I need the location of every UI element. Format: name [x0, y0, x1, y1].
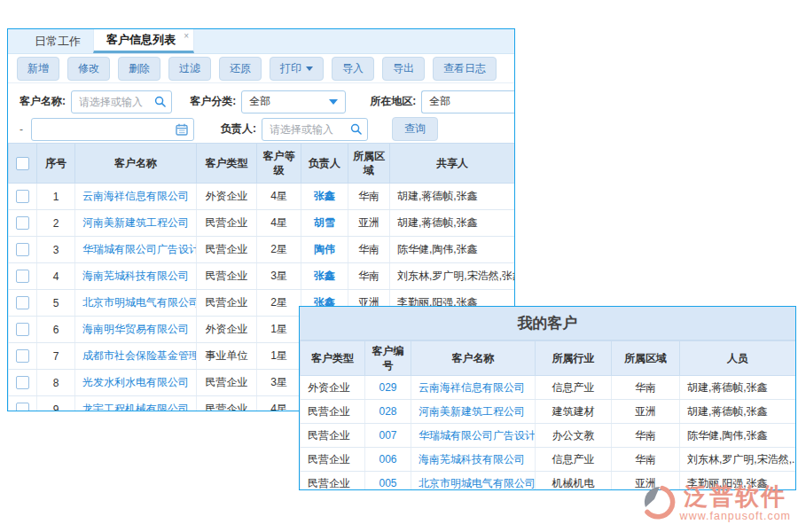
customer-name-link[interactable]: 光发水利水电有限公司 [82, 376, 189, 388]
calendar-icon[interactable] [176, 123, 188, 136]
district-select[interactable]: 全部 [421, 90, 514, 113]
row-checkbox[interactable] [16, 349, 29, 363]
customer-name-label: 客户名称: [20, 94, 66, 109]
row-checkbox[interactable] [16, 216, 29, 230]
tab-customer-info-list[interactable]: 客户信息列表 × [93, 29, 194, 53]
search-icon[interactable] [350, 123, 362, 135]
query-button[interactable]: 查询 [392, 117, 438, 141]
column-header: 序号 [37, 144, 75, 184]
table-row: 4海南芜城科技有限公司民营企业3星张鑫华南刘东林,罗广明,宋浩然,张鑫 [9, 263, 515, 290]
row-checkbox-cell [9, 184, 37, 210]
tab-close-icon[interactable]: × [184, 31, 189, 41]
row-checkbox-cell [9, 396, 37, 412]
brand-logo: 泛普软件 www.fanpusoft.com [641, 484, 791, 523]
customer-name-link[interactable]: 华瑞城有限公司广告设计部 [82, 243, 197, 255]
customer-code-link[interactable]: 007 [379, 429, 396, 442]
table-row: 2河南美新建筑工程公司民营企业4星胡雪亚洲胡建,蒋德帧,张鑫 [9, 210, 515, 237]
toolbar-button-view-log[interactable]: 查看日志 [433, 57, 497, 81]
district-value: 全部 [429, 94, 450, 109]
leader-link[interactable]: 胡雪 [314, 216, 335, 229]
column-header: 共享人 [390, 144, 515, 184]
search-icon[interactable] [154, 96, 166, 107]
row-checkbox-cell [9, 370, 37, 396]
table-row: 外资企业029云南海祥信息有限公司信息产业华南胡建,蒋德帧,张鑫 [301, 376, 796, 400]
tab-daily-work[interactable]: 日常工作 [22, 29, 93, 53]
row-checkbox[interactable] [16, 243, 29, 256]
tab-bar: 日常工作 客户信息列表 × [8, 29, 514, 54]
table-row: 3华瑞城有限公司广告设计部民营企业2星陶伟华南陈华健,陶伟,张鑫 [9, 237, 515, 263]
customer-category-label: 客户分类: [190, 94, 236, 109]
filter-row-2: - 负责人: 查询 [8, 115, 514, 143]
select-all-checkbox[interactable] [16, 157, 29, 170]
customer-code-link[interactable]: 006 [379, 453, 396, 466]
customer-name-link[interactable]: 河南美新建筑工程公司 [419, 405, 525, 418]
row-checkbox[interactable] [16, 190, 29, 203]
column-header: 客户类型 [197, 144, 257, 184]
my-customers-panel: 我的客户 客户类型客户编号客户名称所属行业所属区域人员 外资企业029云南海祥信… [299, 306, 796, 490]
toolbar-button-import[interactable]: 导入 [332, 57, 374, 81]
customer-name-link[interactable]: 龙宇工程机械有限公司 [82, 403, 189, 411]
customer-category-value: 全部 [249, 94, 270, 109]
row-checkbox-cell [9, 317, 37, 343]
customer-name-link[interactable]: 海南芜城科技有限公司 [419, 453, 525, 466]
column-header: 所属行业 [536, 341, 612, 376]
customer-name-link[interactable]: 华瑞城有限公司广告设计部 [419, 429, 536, 442]
customer-category-select[interactable]: 全部 [241, 90, 346, 113]
row-checkbox-cell [9, 263, 37, 290]
table-row: 民营企业007华瑞城有限公司广告设计部办公文教华南陈华健,陶伟,张鑫 [301, 424, 796, 448]
column-header: 负责人 [301, 144, 348, 184]
customer-code-link[interactable]: 005 [379, 477, 396, 489]
row-checkbox-cell [9, 290, 37, 317]
column-header: 客户等级 [257, 144, 301, 184]
customer-name-link[interactable]: 海南芜城科技有限公司 [82, 270, 189, 282]
customer-name-link[interactable]: 河南美新建筑工程公司 [82, 216, 189, 229]
customer-name-link[interactable]: 海南明华贸易有限公司 [82, 323, 189, 335]
column-header: 人员 [680, 341, 796, 376]
table-row: 民营企业006海南芜城科技有限公司信息产业华南刘东林,罗广明,宋浩然,... [301, 448, 796, 472]
toolbar-button-delete[interactable]: 删除 [118, 57, 160, 81]
chevron-down-icon [329, 99, 338, 105]
my-customers-title: 我的客户 [300, 307, 795, 340]
customer-name-link[interactable]: 北京市明城电气有限公司 [82, 296, 197, 309]
toolbar-button-edit[interactable]: 修改 [67, 57, 110, 81]
customer-code-link[interactable]: 029 [379, 381, 396, 394]
column-header: 所属区域 [348, 144, 390, 184]
leader-link[interactable]: 张鑫 [314, 270, 335, 282]
date-input[interactable] [31, 118, 194, 141]
brand-name: 泛普软件 [684, 485, 786, 509]
leader-label: 负责人: [221, 121, 256, 137]
customer-name-link[interactable]: 云南海祥信息有限公司 [82, 190, 189, 202]
leader-link[interactable]: 陶伟 [314, 243, 335, 255]
filter-area: 客户名称: 客户分类: 全部 所在地区: 全部 - [8, 83, 514, 143]
row-checkbox-cell [9, 210, 37, 237]
table-row: 1云南海祥信息有限公司外资企业4星张鑫华南胡建,蒋德帧,张鑫 [9, 184, 515, 210]
screen: 日常工作 客户信息列表 × 新增修改删除过滤还原打印导入导出查看日志 客户名称:… [0, 0, 798, 532]
toolbar: 新增修改删除过滤还原打印导入导出查看日志 [8, 54, 514, 83]
row-checkbox[interactable] [16, 403, 29, 411]
filter-row-1: 客户名称: 客户分类: 全部 所在地区: 全部 [8, 88, 514, 115]
toolbar-button-export[interactable]: 导出 [382, 57, 425, 81]
row-checkbox[interactable] [16, 323, 29, 336]
row-checkbox[interactable] [16, 376, 29, 389]
brand-website: www.fanpusoft.com [680, 511, 791, 522]
row-checkbox[interactable] [16, 270, 29, 283]
column-header: 客户编号 [365, 341, 411, 376]
toolbar-button-filter[interactable]: 过滤 [168, 57, 211, 81]
row-checkbox-cell [9, 343, 37, 370]
toolbar-button-restore[interactable]: 还原 [219, 57, 262, 81]
row-checkbox[interactable] [16, 296, 29, 309]
toolbar-button-print[interactable]: 打印 [270, 57, 324, 81]
column-header: 客户名称 [75, 144, 197, 184]
fanpu-logo-icon [641, 484, 677, 523]
district-label: 所在地区: [370, 94, 416, 109]
row-checkbox-cell [9, 237, 37, 263]
my-customers-table: 客户类型客户编号客户名称所属行业所属区域人员 外资企业029云南海祥信息有限公司… [300, 340, 796, 490]
customer-name-link[interactable]: 云南海祥信息有限公司 [419, 381, 525, 394]
table-row: 民营企业028河南美新建筑工程公司建筑建材亚洲胡建,蒋德帧,张鑫 [301, 400, 796, 424]
customer-code-link[interactable]: 028 [379, 405, 396, 418]
customer-name-link[interactable]: 北京市明城电气有限公司 [419, 477, 536, 489]
select-all-checkbox-cell [9, 144, 37, 184]
leader-link[interactable]: 张鑫 [314, 190, 335, 202]
customer-name-link[interactable]: 成都市社会保险基金管理... [82, 349, 197, 362]
toolbar-button-new[interactable]: 新增 [17, 57, 59, 81]
